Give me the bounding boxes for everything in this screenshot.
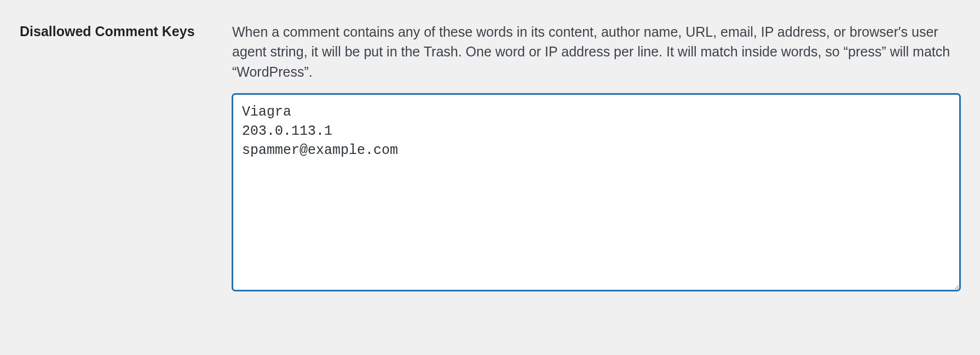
disallowed-comment-keys-label: Disallowed Comment Keys [20, 24, 195, 39]
label-column: Disallowed Comment Keys [20, 22, 232, 41]
field-column: When a comment contains any of these wor… [232, 22, 960, 295]
disallowed-comment-keys-textarea[interactable] [232, 94, 960, 291]
disallowed-comment-keys-row: Disallowed Comment Keys When a comment c… [20, 22, 960, 295]
disallowed-comment-keys-description: When a comment contains any of these wor… [232, 22, 960, 82]
